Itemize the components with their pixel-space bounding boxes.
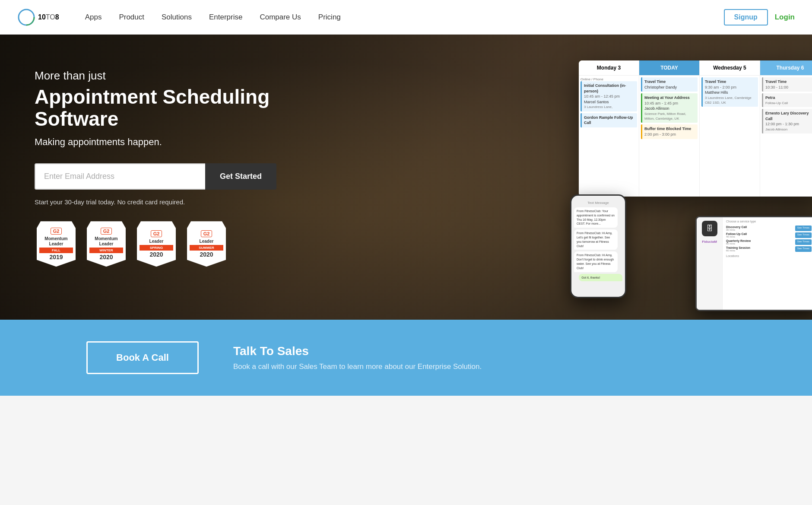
hero-devices: Monday 3 TODAY Wednesday 5 Thursday 6 On… — [553, 43, 812, 311]
badges-container: G2 Momentum Leader FALL 2019 G2 Momentum… — [35, 221, 276, 267]
book-a-call-button[interactable]: Book A Call — [86, 341, 199, 374]
phone-message: From FitnessClub: Hi Amy, Let's get fit … — [574, 229, 618, 250]
trial-text: Start your 30-day trial today. No credit… — [35, 198, 276, 206]
cal-header-monday: Monday 3 — [579, 60, 639, 75]
nav-links: Apps Product Solutions Enterprise Compar… — [85, 13, 724, 22]
nav-actions: Signup Login — [724, 9, 795, 25]
table-row: Quarterly Review 60 mins See Times — [726, 239, 812, 245]
phone-message-sent: Got it, thanks! — [579, 274, 622, 282]
badge-banner: WINTER — [89, 248, 123, 253]
logo[interactable]: 10TO8 — [17, 8, 59, 26]
cal-event: Travel Time 9:30 am - 2:00 pm Matthew Hi… — [701, 77, 758, 107]
logo-text: 10TO8 — [38, 13, 59, 21]
nav-item-solutions[interactable]: Solutions — [162, 13, 192, 22]
cal-event: Buffer time Blocked Time 2:00 pm - 3:00 … — [641, 124, 698, 139]
signup-button[interactable]: Signup — [724, 9, 768, 25]
tablet-sidebar: 🗄 FiduciaM — [697, 217, 723, 310]
cal-event: Travel Time 10:30 - 11:00 — [762, 77, 812, 92]
phone-screen: Text Message From FitnessClub: Your appo… — [571, 196, 625, 297]
badge-banner: SPRING — [140, 245, 173, 251]
cal-col-today: Travel Time Christopher Dandy Meeting at… — [639, 76, 700, 197]
see-times-button[interactable]: See Times — [795, 239, 812, 245]
badge-g2-label: G2 — [201, 230, 213, 237]
badge-title: Leader — [200, 239, 214, 244]
navbar: 10TO8 Apps Product Solutions Enterprise … — [0, 0, 812, 35]
nav-item-compare[interactable]: Compare Us — [260, 13, 301, 22]
nav-item-apps[interactable]: Apps — [85, 13, 102, 22]
cal-event: Gordon Rample Follow-Up Call — [580, 113, 637, 127]
cal-col-thursday: Travel Time 10:30 - 11:00 Petra Follow-U… — [760, 76, 812, 197]
cal-event: Meeting at Your Address 10:45 am - 1:45 … — [641, 93, 698, 123]
cta-section: Book A Call Talk To Sales Book a call wi… — [0, 320, 812, 396]
tablet-content: Choose a service type Discovery Call 30 … — [723, 217, 812, 310]
cal-col-monday: Online / Phone Initial Consultation (in-… — [579, 76, 639, 197]
badge-year: 2020 — [99, 254, 113, 260]
cal-col-wednesday: Travel Time 9:30 am - 2:00 pm Matthew Hi… — [700, 76, 760, 197]
cal-event: Ernesto Lary Discovery Call 12:00 pm - 1… — [762, 109, 812, 133]
badge-fall-2019: G2 Momentum Leader FALL 2019 — [35, 221, 78, 267]
see-times-button[interactable]: See Times — [795, 246, 812, 252]
cal-header-thursday: Thursday 6 — [760, 60, 812, 75]
tablet-logo: 🗄 — [702, 221, 717, 236]
badge-year: 2020 — [149, 251, 163, 258]
nav-item-product[interactable]: Product — [119, 13, 144, 22]
phone-message: From FitnessClub: Hi Amy, Don't forget t… — [574, 251, 618, 272]
table-row: Follow Up Call 45 mins See Times — [726, 232, 812, 238]
see-times-button[interactable]: See Times — [795, 226, 812, 231]
badge-winter-2020: G2 Momentum Leader WINTER 2020 — [85, 221, 128, 267]
badge-year: 2020 — [200, 251, 213, 258]
hero-form: Get Started — [35, 163, 276, 190]
badge-g2-label: G2 — [151, 230, 162, 237]
nav-item-pricing[interactable]: Pricing — [318, 13, 341, 22]
cal-header-today: TODAY — [639, 60, 700, 75]
cta-title: Talk To Sales — [233, 344, 482, 358]
badge-banner: FALL — [39, 248, 73, 253]
see-times-button[interactable]: See Times — [795, 232, 812, 238]
hero-content: More than just Appointment Scheduling So… — [0, 35, 311, 267]
badge-g2-label: G2 — [101, 228, 112, 235]
nav-item-enterprise[interactable]: Enterprise — [209, 13, 242, 22]
email-input[interactable] — [35, 163, 205, 190]
badge-banner: SUMMER — [190, 245, 223, 251]
cal-event: Initial Consultation (in-person) 10:45 a… — [580, 81, 637, 111]
cta-text: Talk To Sales Book a call with our Sales… — [233, 344, 482, 371]
calendar-mockup: Monday 3 TODAY Wednesday 5 Thursday 6 On… — [579, 60, 812, 197]
tablet-screen: 🗄 FiduciaM Choose a service type Discove… — [697, 217, 812, 310]
login-button[interactable]: Login — [775, 13, 795, 22]
phone-message: From FitnessClub: Your appointment is co… — [574, 207, 618, 228]
cta-description: Book a call with our Sales Team to learn… — [233, 362, 482, 371]
hero-section: More than just Appointment Scheduling So… — [0, 35, 812, 320]
badge-year: 2019 — [49, 254, 63, 260]
hero-subtitle: More than just — [35, 69, 276, 83]
badge-g2-label: G2 — [51, 228, 62, 235]
tablet-mockup: 🗄 FiduciaM Choose a service type Discove… — [695, 216, 812, 311]
table-row: Training Session 60 mins See Times — [726, 246, 812, 252]
get-started-button[interactable]: Get Started — [205, 163, 276, 190]
tablet-brand: FiduciaM — [698, 240, 720, 244]
badge-title: Momentum Leader — [39, 236, 73, 247]
table-row: Discovery Call 30 mins See Times — [726, 226, 812, 231]
badge-title: Momentum Leader — [89, 236, 123, 247]
hero-description: Making appointments happen. — [35, 137, 276, 148]
cal-event: Petra Follow-Up Call — [762, 93, 812, 107]
badge-title: Leader — [149, 239, 164, 244]
badge-summer-2020: G2 Leader SUMMER 2020 — [185, 221, 228, 267]
phone-mockup: Text Message From FitnessClub: Your appo… — [570, 194, 626, 298]
hero-title: Appointment Scheduling Software — [35, 86, 276, 130]
badge-spring-2020: G2 Leader SPRING 2020 — [135, 221, 178, 267]
calendar-header: Monday 3 TODAY Wednesday 5 Thursday 6 — [579, 60, 812, 76]
calendar-body: Online / Phone Initial Consultation (in-… — [579, 76, 812, 197]
cal-event: Travel Time Christopher Dandy — [641, 77, 698, 92]
cal-header-wednesday: Wednesday 5 — [700, 60, 760, 75]
